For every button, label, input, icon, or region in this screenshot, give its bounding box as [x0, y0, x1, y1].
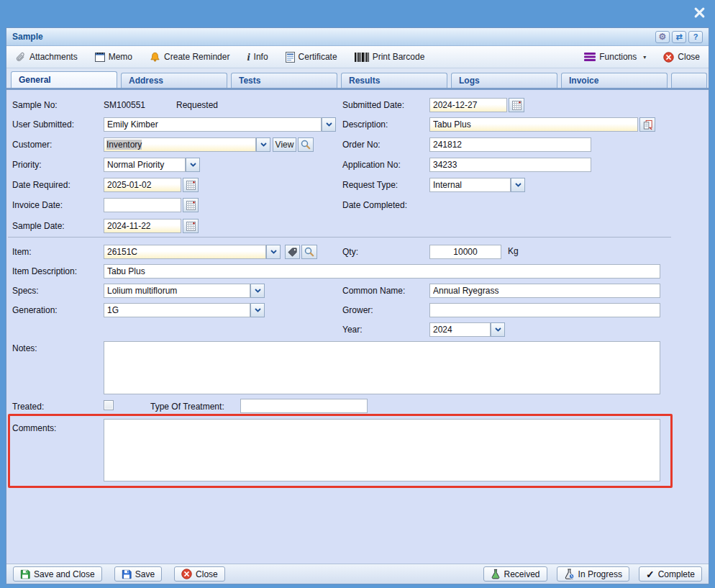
chevron-down-icon: ▾ — [643, 54, 646, 60]
customer-search-button[interactable] — [298, 137, 314, 152]
calendar-icon — [186, 201, 196, 210]
toolbar-close-button[interactable]: Close — [663, 52, 700, 63]
sample-window: Sample ⚙ ⇄ ? Attachments Memo Create Rem… — [6, 27, 709, 584]
sample-date-input[interactable] — [104, 219, 181, 233]
treated-label: Treated: — [12, 402, 44, 412]
tab-results[interactable]: Results — [341, 73, 447, 88]
request-type-input[interactable] — [429, 178, 511, 192]
application-no-input[interactable] — [429, 158, 591, 172]
common-name-input[interactable] — [429, 284, 660, 298]
type-of-treatment-label: Type Of Treatment: — [150, 402, 224, 412]
date-required-label: Date Required: — [12, 180, 70, 190]
settings-button[interactable]: ⚙ — [655, 31, 670, 43]
priority-dropdown-button[interactable] — [186, 158, 200, 172]
document-copy-icon — [642, 119, 653, 130]
overlay-close-icon[interactable] — [693, 6, 706, 19]
year-dropdown-button[interactable] — [491, 322, 505, 337]
generation-dropdown-button[interactable] — [250, 303, 265, 317]
chevron-down-icon — [260, 143, 267, 147]
tab-general[interactable]: General — [11, 71, 117, 88]
window-titlebar: Sample ⚙ ⇄ ? — [6, 28, 709, 46]
footer-bar: Save and Close Save Close Received In Pr… — [6, 564, 709, 584]
save-icon — [20, 569, 30, 579]
refresh-icon: ⇄ — [675, 33, 682, 41]
priority-input[interactable] — [104, 158, 186, 172]
tab-filler — [671, 73, 707, 88]
save-button[interactable]: Save — [114, 566, 162, 582]
order-no-input[interactable] — [429, 137, 591, 152]
functions-menu-button[interactable]: Functions ▾ — [584, 52, 646, 62]
request-type-dropdown-button[interactable] — [511, 178, 525, 192]
status-text: Requested — [176, 100, 218, 110]
tab-logs[interactable]: Logs — [451, 73, 557, 88]
treated-checkbox[interactable] — [104, 400, 114, 410]
certificate-button[interactable]: Certificate — [286, 52, 337, 63]
tab-address[interactable]: Address — [121, 73, 227, 88]
invoice-date-input[interactable] — [104, 198, 181, 212]
submitted-date-calendar-button[interactable] — [509, 98, 524, 112]
attachments-button[interactable]: Attachments — [15, 52, 78, 63]
calendar-icon — [186, 222, 196, 231]
tag-icon — [288, 248, 297, 257]
item-tag-button[interactable] — [285, 245, 300, 259]
sample-no-label: Sample No: — [12, 100, 58, 110]
date-required-input[interactable] — [104, 178, 181, 192]
date-completed-label: Date Completed: — [342, 200, 407, 210]
save-and-close-button[interactable]: Save and Close — [13, 566, 102, 582]
create-reminder-button[interactable]: Create Reminder — [150, 52, 229, 63]
specs-dropdown-button[interactable] — [250, 284, 265, 298]
specs-input[interactable] — [104, 284, 250, 298]
info-button[interactable]: i Info — [247, 51, 268, 63]
paperclip-icon — [15, 52, 26, 63]
invoice-date-calendar-button[interactable] — [183, 198, 199, 212]
complete-button[interactable]: ✓ Complete — [639, 566, 702, 582]
submitted-date-input[interactable] — [429, 98, 507, 112]
chevron-down-icon — [326, 122, 332, 127]
item-search-button[interactable] — [301, 245, 317, 259]
item-dropdown-button[interactable] — [266, 245, 281, 259]
notes-textarea[interactable] — [104, 341, 660, 394]
help-icon: ? — [693, 33, 698, 41]
section-divider — [8, 237, 671, 238]
item-description-input[interactable] — [104, 264, 660, 279]
qty-label: Qty: — [342, 247, 358, 257]
in-progress-button[interactable]: In Progress — [557, 566, 629, 582]
user-submitted-dropdown-button[interactable] — [322, 117, 336, 132]
print-barcode-button[interactable]: Print Barcode — [355, 52, 425, 62]
tab-tests[interactable]: Tests — [231, 73, 337, 88]
flask-icon — [491, 569, 501, 579]
customer-dropdown-button[interactable] — [256, 137, 270, 152]
qty-input[interactable] — [429, 245, 501, 259]
description-label: Description: — [342, 119, 388, 130]
refresh-button[interactable]: ⇄ — [672, 31, 686, 43]
sample-date-calendar-button[interactable] — [183, 219, 199, 233]
chevron-down-icon — [255, 289, 261, 293]
customer-combobox[interactable]: Inventory — [104, 137, 256, 152]
grower-label: Grower: — [342, 305, 373, 315]
generation-input[interactable] — [104, 303, 250, 317]
description-input[interactable] — [429, 117, 638, 132]
customer-view-button[interactable]: View — [273, 137, 296, 152]
user-submitted-input[interactable] — [104, 117, 322, 132]
tab-invoice[interactable]: Invoice — [561, 73, 668, 88]
year-input[interactable] — [429, 322, 491, 337]
search-icon — [301, 140, 311, 150]
gear-icon: ⚙ — [659, 32, 667, 41]
desktop-background: { "overlay": { "close_hint": "close" }, … — [0, 0, 715, 588]
item-input[interactable] — [104, 245, 266, 259]
type-of-treatment-input[interactable] — [240, 399, 368, 413]
close-button[interactable]: Close — [174, 566, 225, 582]
year-label: Year: — [342, 325, 363, 335]
date-required-calendar-button[interactable] — [183, 178, 199, 192]
memo-button[interactable]: Memo — [95, 52, 132, 62]
description-copy-button[interactable] — [639, 117, 655, 132]
comments-textarea[interactable] — [104, 419, 660, 481]
grower-input[interactable] — [429, 303, 660, 317]
item-description-label: Item Description: — [12, 266, 77, 276]
bell-icon — [150, 52, 160, 63]
received-button[interactable]: Received — [483, 566, 547, 582]
help-button[interactable]: ? — [688, 31, 703, 43]
application-no-label: Application No: — [342, 160, 401, 170]
calendar-icon — [186, 181, 196, 190]
order-no-label: Order No: — [342, 140, 381, 150]
